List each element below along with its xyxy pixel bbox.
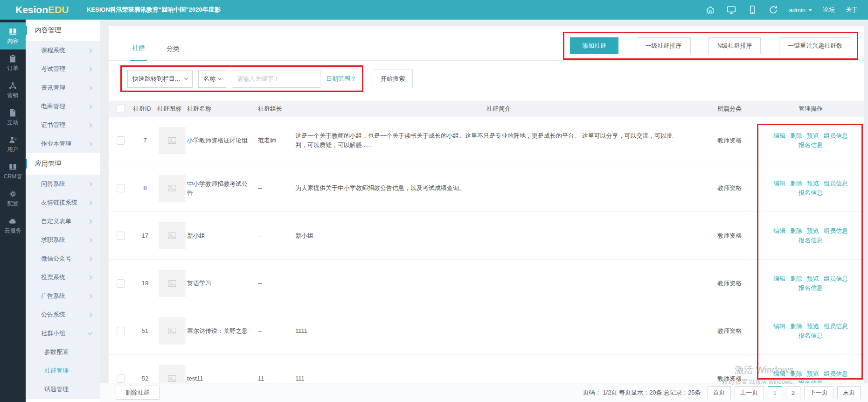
select-all-checkbox[interactable] [117, 105, 125, 113]
page-button-上一页[interactable]: 上一页 [735, 386, 764, 399]
rail-item-marketing[interactable]: 营销 [0, 77, 26, 104]
refresh-icon[interactable] [768, 5, 778, 15]
delete-link[interactable]: 删除 [790, 275, 802, 282]
accent-bar [26, 26, 27, 35]
sidebar-item-电商管理[interactable]: 电商管理 [26, 97, 100, 116]
cell-group-id: 52 [133, 375, 157, 382]
sidebar-item-友情链接系统[interactable]: 友情链接系统 [26, 193, 100, 212]
about-link[interactable]: 关于 [846, 6, 858, 14]
cell-group-intro: 111 [295, 374, 702, 383]
sidebar-item-参数配置[interactable]: 参数配置 [26, 343, 100, 361]
cell-group-category: 教师资格 [702, 279, 757, 288]
members-info-link[interactable]: 组员信息 [824, 323, 848, 330]
delete-link[interactable]: 删除 [790, 132, 802, 139]
page-button-1[interactable]: 1 [768, 386, 782, 399]
preview-link[interactable]: 预览 [807, 323, 819, 330]
preview-link[interactable]: 预览 [807, 275, 819, 282]
delete-link[interactable]: 删除 [790, 180, 802, 187]
members-info-link[interactable]: 组员信息 [824, 132, 848, 139]
chevron-icon [88, 200, 92, 205]
sidebar-item-问答系统[interactable]: 问答系统 [26, 175, 100, 193]
sidebar-item-话题管理[interactable]: 话题管理 [26, 380, 100, 399]
search-button[interactable]: 开始搜索 [373, 70, 413, 88]
edit-link[interactable]: 编辑 [773, 275, 785, 282]
sidebar-item-考试管理[interactable]: 考试管理 [26, 60, 100, 78]
delete-link[interactable]: 删除 [790, 370, 802, 377]
forum-link[interactable]: 论坛 [823, 6, 835, 14]
page-button-下一页[interactable]: 下一页 [804, 386, 833, 399]
rail-item-content[interactable]: 内容 [0, 22, 26, 49]
rail-label: 订单 [7, 64, 19, 72]
sort-level1-button[interactable]: 一级社群排序 [637, 37, 691, 54]
rail-item-orders[interactable]: 订单 [0, 49, 26, 77]
row-checkbox[interactable] [117, 327, 125, 335]
sidebar-item-公告系统[interactable]: 公告系统 [26, 305, 100, 324]
edit-link[interactable]: 编辑 [773, 132, 785, 139]
signup-info-link[interactable]: 报名信息 [799, 380, 823, 383]
sidebar-item-求职系统[interactable]: 求职系统 [26, 231, 100, 249]
rail-item-crm[interactable]: CRM管 [0, 158, 26, 185]
cell-group-id: 7 [133, 137, 157, 144]
cloud-icon [8, 217, 17, 226]
row-checkbox[interactable] [117, 232, 125, 240]
tab-community[interactable]: 社群 [130, 44, 147, 61]
user-menu[interactable]: admin [789, 7, 812, 14]
sidebar-item-课程系统[interactable]: 课程系统 [26, 41, 100, 60]
rail-item-users[interactable]: 用户 [0, 131, 26, 158]
recount-interest-button[interactable]: 一键重计兴趣社群数 [779, 37, 851, 54]
sidebar-item-投票系统[interactable]: 投票系统 [26, 268, 100, 287]
field-select[interactable]: 名称 [198, 70, 226, 88]
sort-levelN-button[interactable]: N级社群排序 [708, 37, 761, 54]
signup-info-link[interactable]: 报名信息 [799, 189, 823, 196]
members-info-link[interactable]: 组员信息 [824, 227, 848, 234]
delete-communities-button[interactable]: 删除社群 [116, 386, 160, 400]
edit-link[interactable]: 编辑 [773, 323, 785, 330]
keyword-input[interactable] [232, 70, 320, 88]
sidebar-item-作业本管理[interactable]: 作业本管理 [26, 134, 100, 153]
edit-link[interactable]: 编辑 [773, 370, 785, 377]
category-select[interactable]: 快速跳转到栏目... [127, 70, 193, 88]
row-checkbox[interactable] [117, 279, 125, 288]
desktop-site-icon[interactable] [726, 5, 736, 15]
signup-info-link[interactable]: 报名信息 [799, 284, 823, 291]
preview-link[interactable]: 预览 [807, 180, 819, 187]
members-info-link[interactable]: 组员信息 [824, 275, 848, 282]
delete-link[interactable]: 删除 [790, 323, 802, 330]
preview-link[interactable]: 预览 [807, 132, 819, 139]
image-icon [167, 326, 177, 336]
chevron-icon [88, 182, 92, 186]
edit-link[interactable]: 编辑 [773, 227, 785, 234]
signup-info-link[interactable]: 报名信息 [799, 141, 823, 148]
sidebar-item-广告系统[interactable]: 广告系统 [26, 287, 100, 305]
sidebar-item-证书管理[interactable]: 证书管理 [26, 116, 100, 134]
home-icon[interactable] [705, 5, 715, 15]
preview-link[interactable]: 预览 [807, 227, 819, 234]
page-button-首页[interactable]: 首页 [708, 386, 731, 399]
date-range-link[interactable]: 日期范围？ [326, 75, 356, 83]
tab-category[interactable]: 分类 [165, 45, 181, 61]
delete-link[interactable]: 删除 [790, 227, 802, 234]
members-info-link[interactable]: 组员信息 [824, 180, 848, 187]
members-info-link[interactable]: 组员信息 [824, 370, 848, 377]
row-checkbox[interactable] [117, 374, 125, 383]
rail-item-cloud[interactable]: 云服务 [0, 212, 26, 239]
sidebar-item-资讯管理[interactable]: 资讯管理 [26, 78, 100, 97]
rail-item-config[interactable]: 配置 [0, 185, 26, 212]
page-button-末页[interactable]: 末页 [837, 386, 861, 399]
row-checkbox[interactable] [117, 184, 125, 192]
sidebar-item-社群管理[interactable]: 社群管理 [26, 361, 100, 380]
mobile-site-icon[interactable] [747, 5, 757, 15]
signup-info-link[interactable]: 报名信息 [799, 332, 823, 339]
sidebar-item-微信公众号[interactable]: 微信公众号 [26, 249, 100, 268]
add-community-button[interactable]: 添加社群 [570, 37, 618, 54]
preview-link[interactable]: 预览 [807, 370, 819, 377]
page-button-2[interactable]: 2 [786, 386, 800, 399]
cell-group-leader: -- [258, 232, 295, 239]
row-checkbox[interactable] [117, 136, 125, 145]
sidebar-item-自定义表单[interactable]: 自定义表单 [26, 212, 100, 231]
edit-link[interactable]: 编辑 [773, 180, 785, 187]
rail-item-interaction[interactable]: 互动 [0, 104, 26, 131]
file-icon [8, 108, 17, 117]
sidebar-item-社群小组[interactable]: 社群小组 [26, 324, 100, 343]
signup-info-link[interactable]: 报名信息 [799, 237, 823, 244]
